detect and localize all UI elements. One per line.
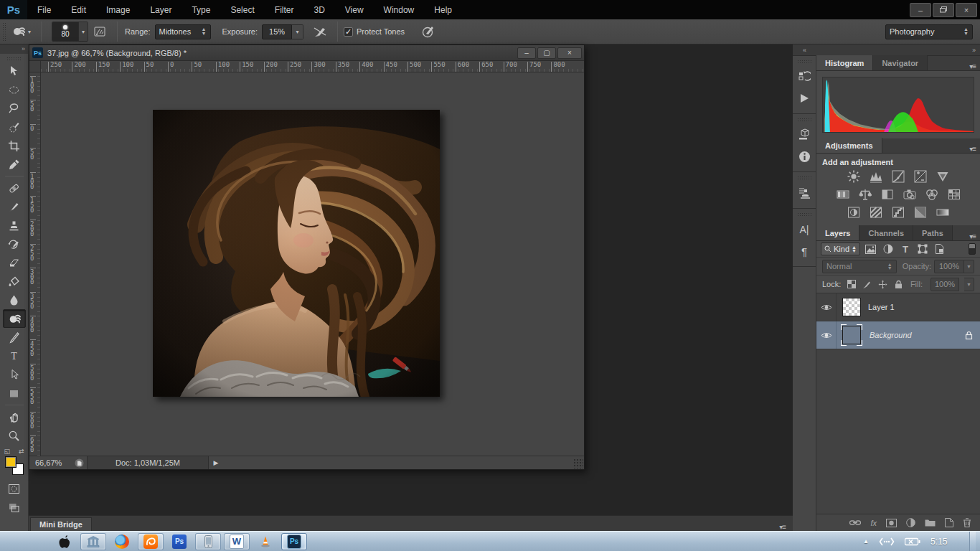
hue-saturation-icon[interactable] [835,187,851,202]
default-colors-icon[interactable]: ◱ [4,448,11,455]
taskbar-item-library[interactable] [80,533,106,550]
opacity-input[interactable]: 100% [934,260,964,273]
eyedropper-tool[interactable] [3,155,26,174]
type-tool[interactable]: T [3,347,26,365]
actions-panel-icon[interactable] [795,90,814,107]
taskbar-item-photoshop[interactable]: Ps [166,533,192,550]
tools-grip[interactable] [6,57,22,60]
clone-stamp-tool[interactable] [3,216,26,235]
color-balance-icon[interactable] [857,187,873,202]
filter-adjustment-layers-icon[interactable] [882,243,895,255]
healing-brush-tool[interactable] [3,179,26,197]
history-brush-tool[interactable] [3,235,26,253]
photo-filter-icon[interactable] [902,187,918,202]
menu-edit[interactable]: Edit [61,0,96,19]
brush-tool[interactable] [3,197,26,216]
filter-shape-layers-icon[interactable] [916,243,929,255]
vibrance-icon[interactable] [935,169,951,184]
taskbar-item-phone[interactable] [195,533,221,550]
tab-histogram[interactable]: Histogram [816,55,873,70]
add-adjustment-layer-button[interactable] [906,518,915,527]
status-menu-arrow-icon[interactable]: ▶ [209,459,223,466]
menu-file[interactable]: File [27,0,61,19]
crop-tool[interactable] [3,136,26,155]
dodge-burn-tool[interactable] [3,309,26,328]
foreground-color-swatch[interactable] [5,456,17,468]
tab-navigator[interactable]: Navigator [873,55,928,70]
pen-tool[interactable] [3,328,26,347]
tool-preset-picker[interactable]: ▾ [7,25,35,38]
collapse-strip-icon[interactable]: « [793,47,816,54]
lock-position-icon[interactable] [877,279,888,290]
layer-name[interactable]: Layer 1 [868,303,895,311]
lock-image-icon[interactable] [862,279,872,290]
new-layer-button[interactable] [945,518,953,527]
panel-grip[interactable] [797,118,811,121]
app-minimize-button[interactable]: – [910,3,931,17]
filter-type-layers-icon[interactable]: T [899,243,912,255]
canvas-pasteboard[interactable] [41,72,584,456]
hand-tool[interactable] [3,408,26,426]
paint-bucket-tool[interactable] [3,272,26,291]
taskbar-item-uc-browser[interactable] [138,533,164,550]
lock-transparency-icon[interactable] [846,279,857,290]
menu-image[interactable]: Image [96,0,140,19]
add-layer-mask-button[interactable] [886,519,897,527]
channel-mixer-icon[interactable] [924,187,940,202]
exposure-icon[interactable] [913,169,928,184]
tablet-pressure-button[interactable] [419,22,438,41]
eraser-tool[interactable] [3,253,26,272]
ruler-vertical[interactable]: 1005005010015020025030035040045050055060… [29,72,41,456]
show-desktop-button[interactable] [969,532,976,551]
menu-filter[interactable]: Filter [265,0,304,19]
info-panel-icon[interactable] [795,148,814,165]
menu-window[interactable]: Window [374,0,425,19]
doc-maximize-button[interactable]: ▢ [537,47,556,59]
window-resize-grip[interactable] [573,458,583,468]
tray-clock[interactable]: 5:15 [930,537,959,547]
properties-panel-icon[interactable] [795,126,814,143]
threshold-icon[interactable] [890,205,906,220]
layer-filter-toggle[interactable] [969,243,976,255]
tray-network-icon[interactable] [879,537,895,546]
fill-input[interactable]: 100% [930,278,959,291]
exposure-input[interactable]: 15% [262,24,292,39]
collapse-panels-icon[interactable]: » [972,47,980,54]
toggle-brush-panel-button[interactable] [90,22,109,41]
color-lookup-icon[interactable] [946,187,962,202]
brightness-contrast-icon[interactable] [846,169,862,184]
start-apple-icon[interactable] [49,534,77,550]
black-white-icon[interactable] [880,187,895,202]
panel-menu-icon[interactable]: ▾≡ [779,523,793,531]
menu-select[interactable]: Select [220,0,264,19]
exposure-slider-button[interactable]: ▾ [292,24,303,39]
taskbar-item-firefox[interactable] [109,533,135,550]
tray-hidden-icons-button[interactable]: ▲ [863,538,869,545]
lock-all-icon[interactable] [893,279,904,290]
brush-preset-picker[interactable]: 80 ▾ [52,22,88,42]
panel-menu-icon[interactable]: ▾≡ [969,232,980,240]
tab-paths[interactable]: Paths [913,225,953,240]
paragraph-panel-icon[interactable]: ¶ [795,242,814,260]
new-group-button[interactable] [925,519,936,527]
tab-adjustments[interactable]: Adjustments [816,138,882,153]
app-close-button[interactable]: × [956,3,977,17]
layer-visibility-toggle[interactable] [816,321,837,349]
layer-row-layer1[interactable]: Layer 1 [816,293,980,321]
screen-mode-button[interactable] [3,498,26,517]
menu-help[interactable]: Help [424,0,462,19]
curves-icon[interactable] [890,169,906,184]
canvas-image[interactable] [153,110,440,397]
panel-menu-icon[interactable]: ▾≡ [969,62,980,70]
taskbar-item-vlc[interactable] [253,533,278,550]
options-grip[interactable] [2,22,7,41]
doc-close-button[interactable]: × [557,47,582,59]
tray-battery-icon[interactable] [905,537,920,546]
mini-bridge-tab[interactable]: Mini Bridge [30,517,92,531]
delete-layer-button[interactable] [963,518,971,527]
layer-row-background[interactable]: Background [816,321,980,349]
layer-style-button[interactable]: fx [870,519,877,527]
invert-icon[interactable] [846,205,862,220]
panel-grip[interactable] [797,212,811,216]
tab-channels[interactable]: Channels [859,225,913,240]
